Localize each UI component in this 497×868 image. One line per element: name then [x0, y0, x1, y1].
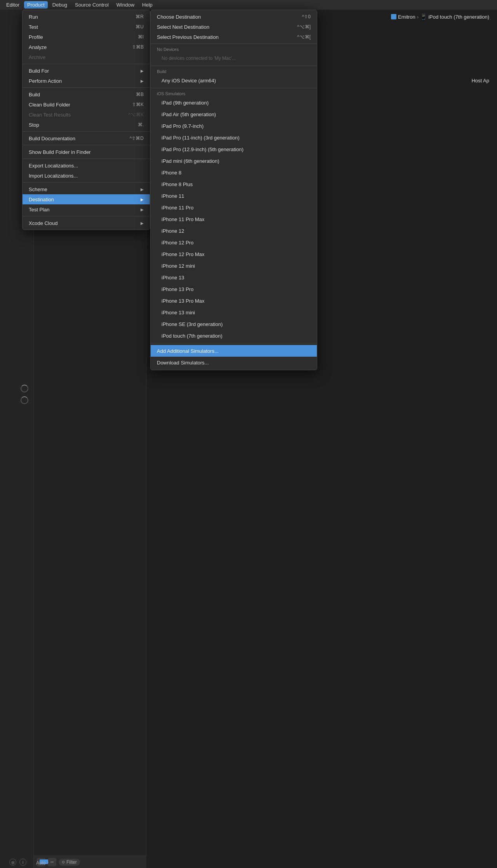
simulator-ipad-pro-11[interactable]: iPad Pro (11-inch) (3rd generation) [151, 132, 317, 143]
menu-item-build-label: Build [29, 92, 40, 98]
menubar-source-control[interactable]: Source Control [72, 1, 112, 9]
navigator-bottom-bar: + − ⊙ Filter [34, 856, 146, 868]
menubar-product[interactable]: Product [24, 1, 48, 9]
destination-label: iPod touch (7th generation) [428, 14, 489, 20]
menu-item-profile[interactable]: Profile ⌘I [23, 32, 150, 42]
simulator-iphone-13[interactable]: iPhone 13 [151, 272, 317, 283]
ios-simulators-label: iOS Simulators [151, 90, 317, 97]
simulator-ipad-air-5th[interactable]: iPad Air (5th generation) [151, 108, 317, 120]
dest-sep-2 [151, 66, 317, 66]
menu-sep-5 [23, 159, 150, 159]
host-ap-text: Host Ap [471, 78, 489, 84]
info-icon[interactable]: i [19, 859, 26, 866]
menubar-debug[interactable]: Debug [49, 1, 70, 9]
submenu-arrow-destination: ▶ [141, 197, 144, 202]
menu-item-profile-shortcut: ⌘I [138, 34, 144, 40]
simulator-ipad-pro-129[interactable]: iPad Pro (12.9-inch) (5th generation) [151, 143, 317, 155]
menu-item-test-plan[interactable]: Test Plan ▶ [23, 204, 150, 214]
menu-item-import-loc[interactable]: Import Localizations... [23, 171, 150, 181]
menu-item-perform-action-label: Perform Action [29, 78, 62, 84]
menu-item-archive: Archive [23, 52, 150, 62]
menu-item-build-for[interactable]: Build For ▶ [23, 66, 150, 76]
filter-icon: ⊙ [62, 860, 65, 864]
choose-destination-shortcut: ^⇧0 [302, 14, 311, 19]
select-previous-shortcut: ^⌥⌘[ [297, 34, 311, 40]
menu-item-clean-test-shortcut: ^⌥⌘K [128, 112, 144, 117]
menu-item-destination[interactable]: Destination ▶ [23, 194, 150, 204]
destination-icon: 📱 [420, 14, 427, 20]
menu-item-archive-label: Archive [29, 54, 45, 60]
simulator-ipad-9th[interactable]: iPad (9th generation) [151, 97, 317, 108]
menu-item-build-shortcut: ⌘B [136, 92, 144, 97]
menu-item-scheme[interactable]: Scheme ▶ [23, 184, 150, 194]
submenu-select-next[interactable]: Select Next Destination ^⌥⌘] [151, 22, 317, 32]
simulator-iphone-12-pro-max[interactable]: iPhone 12 Pro Max [151, 248, 317, 260]
menu-item-test-plan-label: Test Plan [29, 207, 49, 213]
submenu-arrow-scheme: ▶ [141, 187, 144, 192]
build-section-label: Build [151, 68, 317, 75]
progress-spinner-1 [21, 385, 28, 392]
menu-item-xcode-cloud-label: Xcode Cloud [29, 220, 57, 226]
menu-sep-3 [23, 131, 150, 132]
choose-destination-label: Choose Destination [157, 14, 201, 20]
menu-item-analyze-shortcut: ⇧⌘B [132, 44, 144, 50]
simulator-ipod-touch-7[interactable]: iPod touch (7th generation) [151, 330, 317, 342]
menu-item-show-build-folder[interactable]: Show Build Folder in Finder [23, 147, 150, 157]
simulator-iphone-12-mini[interactable]: iPhone 12 mini [151, 260, 317, 272]
menu-item-build-docs[interactable]: Build Documentation ^⇧⌘D [23, 133, 150, 143]
simulator-iphone-8[interactable]: iPhone 8 [151, 167, 317, 178]
menu-item-destination-label: Destination [29, 197, 54, 202]
simulator-iphone-8-plus[interactable]: iPhone 8 Plus [151, 178, 317, 190]
menu-item-run-shortcut: ⌘R [136, 14, 144, 19]
simulator-iphone-12-pro[interactable]: iPhone 12 Pro [151, 237, 317, 248]
simulator-ipad-mini-6[interactable]: iPad mini (6th generation) [151, 155, 317, 167]
menu-item-profile-label: Profile [29, 34, 43, 40]
menu-item-clean-build[interactable]: Clean Build Folder ⇧⌘K [23, 99, 150, 110]
menu-item-show-build-folder-label: Show Build Folder in Finder [29, 149, 91, 155]
select-next-label: Select Next Destination [157, 24, 209, 30]
download-simulators[interactable]: Download Simulators... [151, 357, 317, 368]
menu-item-export-loc[interactable]: Export Localizations... [23, 160, 150, 171]
menu-item-stop[interactable]: Stop ⌘. [23, 120, 150, 130]
simulator-iphone-13-pro[interactable]: iPhone 13 Pro [151, 283, 317, 295]
menu-item-build-for-label: Build For [29, 68, 49, 74]
menu-item-test-shortcut: ⌘U [136, 24, 144, 30]
simulator-iphone-se-3[interactable]: iPhone SE (3rd generation) [151, 318, 317, 330]
auto-chevron-icon: ⌃ [47, 861, 49, 865]
menubar-help[interactable]: Help [139, 1, 156, 9]
menu-item-test-label: Test [29, 24, 38, 30]
any-ios-device[interactable]: Any iOS Device (arm64) [151, 75, 317, 86]
filter-button[interactable]: ⊙ Filter [59, 859, 80, 866]
auto-label: Auto ⌃ [36, 860, 49, 866]
simulator-ipad-pro-9[interactable]: iPad Pro (9.7-inch) [151, 120, 317, 132]
simulator-iphone-13-mini[interactable]: iPhone 13 mini [151, 307, 317, 318]
submenu-arrow-build-for: ▶ [141, 69, 144, 73]
submenu-select-previous[interactable]: Select Previous Destination ^⌥⌘[ [151, 32, 317, 42]
simulator-iphone-11[interactable]: iPhone 11 [151, 190, 317, 202]
menubar-window[interactable]: Window [113, 1, 137, 9]
product-menu: Run ⌘R Test ⌘U Profile ⌘I Analyze ⇧⌘B Ar… [22, 10, 150, 230]
submenu-choose-destination[interactable]: Choose Destination ^⇧0 [151, 12, 317, 22]
menu-item-import-loc-label: Import Localizations... [29, 173, 78, 179]
menu-item-perform-action[interactable]: Perform Action ▶ [23, 76, 150, 86]
eye-icon[interactable]: ◎ [9, 859, 16, 866]
simulator-iphone-13-pro-max[interactable]: iPhone 13 Pro Max [151, 295, 317, 307]
menu-item-analyze[interactable]: Analyze ⇧⌘B [23, 42, 150, 52]
simulator-iphone-11-pro[interactable]: iPhone 11 Pro [151, 202, 317, 213]
auto-text: Auto [36, 860, 46, 866]
scheme-icon [391, 14, 396, 19]
menu-item-run[interactable]: Run ⌘R [23, 12, 150, 22]
menu-item-test[interactable]: Test ⌘U [23, 22, 150, 32]
menu-item-build[interactable]: Build ⌘B [23, 89, 150, 99]
no-devices-label: No Devices [151, 45, 317, 52]
dest-sep-1 [151, 44, 317, 44]
submenu-arrow-test-plan: ▶ [141, 207, 144, 212]
menubar-editor[interactable]: Editor [3, 1, 23, 9]
simulator-iphone-12[interactable]: iPhone 12 [151, 225, 317, 237]
bottom-icons: ◎ i [9, 859, 26, 866]
add-additional-simulators[interactable]: Add Additional Simulators... [151, 345, 317, 357]
simulator-iphone-11-pro-max[interactable]: iPhone 11 Pro Max [151, 213, 317, 225]
select-previous-label: Select Previous Destination [157, 34, 219, 40]
menu-item-xcode-cloud[interactable]: Xcode Cloud ▶ [23, 218, 150, 228]
menu-item-stop-shortcut: ⌘. [138, 122, 144, 127]
